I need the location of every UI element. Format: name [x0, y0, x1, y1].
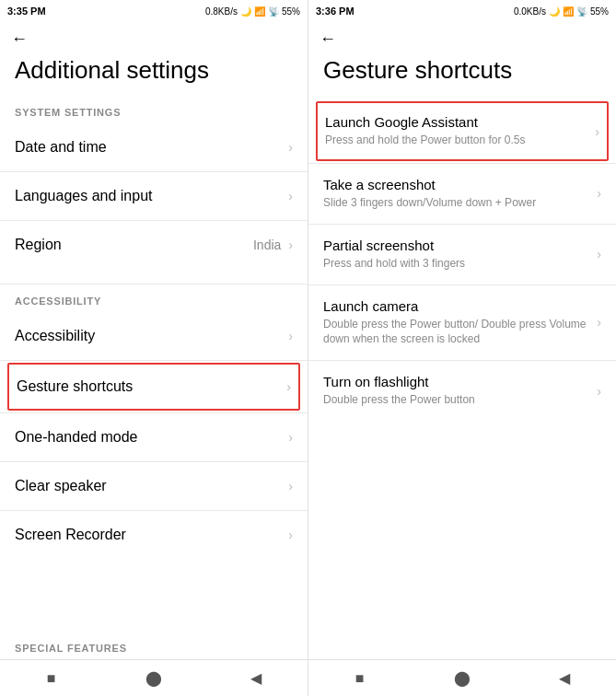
right-circle-icon: ⬤ [454, 669, 471, 687]
right-nav-back[interactable]: ◀ [550, 664, 579, 693]
date-time-chevron: › [288, 140, 293, 155]
one-handed-chevron: › [288, 430, 293, 445]
setting-accessibility[interactable]: Accessibility › [0, 312, 308, 360]
one-handed-label: One-handed mode [15, 429, 137, 446]
left-back-area[interactable]: ← [0, 22, 308, 52]
left-panel: 3:35 PM 0.8KB/s 🌙 📶 📡 55% ← Additional s… [0, 0, 308, 696]
region-chevron: › [288, 238, 293, 252]
left-nav-square[interactable]: ■ [37, 664, 66, 693]
signal-icon: 📶 [254, 6, 265, 17]
assistant-content: Launch Google Assistant Press and hold t… [325, 114, 587, 148]
spacer-1 [0, 269, 308, 284]
clear-speaker-label: Clear speaker [15, 478, 107, 494]
right-wifi-icon: 📡 [576, 6, 587, 17]
setting-date-time[interactable]: Date and time › [0, 123, 308, 171]
screen-recorder-label: Screen Recorder [15, 527, 126, 543]
assistant-desc: Press and hold the Power button for 0.5s [325, 133, 587, 148]
partial-screenshot-title: Partial screenshot [323, 238, 589, 253]
left-time: 3:35 PM [7, 6, 46, 17]
gesture-screenshot[interactable]: Take a screenshot Slide 3 fingers down/V… [308, 164, 616, 224]
circle-icon: ⬤ [145, 669, 162, 687]
languages-label: Languages and input [15, 188, 152, 204]
setting-region[interactable]: Region India › [0, 221, 308, 269]
right-nav-circle[interactable]: ⬤ [447, 664, 477, 693]
camera-desc: Double press the Power button/ Double pr… [323, 317, 589, 348]
partial-screenshot-desc: Press and hold with 3 fingers [323, 256, 589, 272]
right-square-icon: ■ [355, 670, 365, 687]
screen-recorder-chevron: › [288, 528, 293, 542]
languages-chevron: › [288, 189, 293, 203]
left-spacer [0, 559, 308, 632]
setting-gesture-shortcuts[interactable]: Gesture shortcuts › [7, 363, 300, 411]
right-time: 3:36 PM [316, 6, 354, 17]
camera-content: Launch camera Double press the Power but… [323, 298, 589, 348]
screenshot-title: Take a screenshot [323, 177, 589, 192]
partial-screenshot-content: Partial screenshot Press and hold with 3… [323, 238, 589, 272]
left-nav-circle[interactable]: ⬤ [139, 664, 169, 693]
right-nav-bar: ■ ⬤ ◀ [308, 659, 616, 696]
screenshot-content: Take a screenshot Slide 3 fingers down/V… [323, 177, 589, 211]
section-system: SYSTEM SETTINGS [0, 96, 308, 123]
setting-languages[interactable]: Languages and input › [0, 172, 308, 220]
left-status-icons: 0.8KB/s 🌙 📶 📡 55% [205, 6, 300, 17]
triangle-icon: ◀ [250, 669, 262, 687]
right-moon-icon: 🌙 [549, 6, 560, 17]
left-nav-back[interactable]: ◀ [241, 664, 271, 693]
camera-title: Launch camera [323, 298, 589, 314]
square-icon: ■ [47, 670, 56, 687]
flashlight-content: Turn on flashlight Double press the Powe… [323, 374, 589, 408]
partial-screenshot-chevron: › [597, 247, 601, 261]
gesture-shortcuts-label: Gesture shortcuts [17, 378, 133, 395]
gesture-launch-assistant[interactable]: Launch Google Assistant Press and hold t… [316, 101, 609, 161]
battery-icon: 55% [282, 6, 300, 17]
accessibility-chevron: › [288, 329, 293, 343]
gesture-shortcuts-chevron: › [286, 379, 291, 394]
gesture-launch-camera[interactable]: Launch camera Double press the Power but… [308, 285, 616, 361]
right-status-bar: 3:36 PM 0.0KB/s 🌙 📶 📡 55% [308, 0, 616, 22]
right-battery-icon: 55% [590, 6, 609, 17]
left-status-bar: 3:35 PM 0.8KB/s 🌙 📶 📡 55% [0, 0, 308, 22]
flashlight-chevron: › [597, 384, 601, 399]
flashlight-desc: Double press the Power button [323, 392, 589, 408]
left-page-title: Additional settings [0, 52, 308, 96]
clear-speaker-chevron: › [288, 479, 293, 493]
region-value: India [253, 238, 281, 252]
section-accessibility: ACCESSIBILITY [0, 284, 308, 312]
setting-screen-recorder[interactable]: Screen Recorder › [0, 511, 308, 559]
assistant-chevron: › [595, 124, 599, 139]
right-signal-icon: 📶 [563, 6, 574, 17]
moon-icon: 🌙 [240, 6, 251, 17]
region-label: Region [15, 237, 62, 253]
screenshot-chevron: › [597, 186, 601, 201]
left-nav-bar: ■ ⬤ ◀ [0, 659, 308, 696]
data-speed: 0.8KB/s [205, 6, 238, 17]
section-special: SPECIAL FEATURES [0, 632, 308, 659]
right-data-speed: 0.0KB/s [514, 6, 546, 17]
date-time-label: Date and time [15, 139, 107, 156]
wifi-icon: 📡 [268, 6, 279, 17]
right-spacer [308, 421, 616, 659]
flashlight-title: Turn on flashlight [323, 374, 589, 389]
setting-one-handed[interactable]: One-handed mode › [0, 413, 308, 461]
gesture-partial-screenshot[interactable]: Partial screenshot Press and hold with 3… [308, 225, 616, 284]
assistant-title: Launch Google Assistant [325, 114, 587, 130]
right-back-icon[interactable]: ← [320, 29, 336, 48]
right-page-title: Gesture shortcuts [308, 52, 616, 96]
setting-clear-speaker[interactable]: Clear speaker › [0, 462, 308, 510]
right-nav-square[interactable]: ■ [345, 664, 375, 693]
right-triangle-icon: ◀ [559, 669, 570, 687]
gesture-flashlight[interactable]: Turn on flashlight Double press the Powe… [308, 361, 616, 421]
accessibility-label: Accessibility [15, 328, 95, 344]
divider-4 [0, 360, 308, 361]
left-back-icon[interactable]: ← [11, 29, 28, 48]
screenshot-desc: Slide 3 fingers down/Volume down + Power [323, 195, 589, 211]
right-back-area[interactable]: ← [308, 22, 616, 52]
right-panel: 3:36 PM 0.0KB/s 🌙 📶 📡 55% ← Gesture shor… [308, 0, 616, 696]
camera-chevron: › [597, 315, 601, 330]
right-status-icons: 0.0KB/s 🌙 📶 📡 55% [514, 6, 609, 17]
